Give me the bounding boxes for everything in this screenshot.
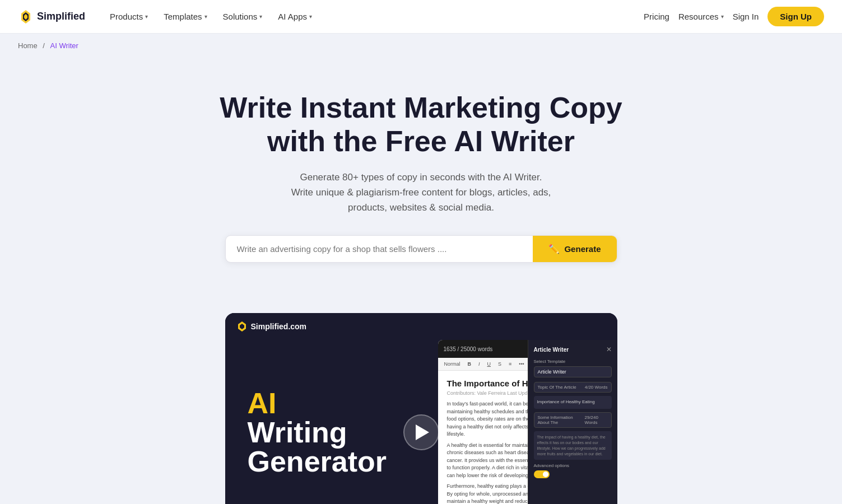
nav-signin-link[interactable]: Sign In (733, 12, 759, 21)
nav-pricing-link[interactable]: Pricing (644, 12, 669, 21)
toolbar-italic[interactable]: I (476, 360, 483, 368)
nav-items: Products ▾ Templates ▾ Solutions ▾ AI Ap… (103, 7, 644, 26)
video-play-button[interactable] (403, 414, 439, 450)
generate-button[interactable]: ✏️ Generate (533, 236, 616, 262)
hero-subtitle: Generate 80+ types of copy in seconds wi… (264, 170, 578, 216)
chevron-down-icon: ▾ (309, 13, 312, 20)
nav-item-templates[interactable]: Templates ▾ (157, 7, 213, 26)
video-writing-label: Writing (248, 418, 421, 447)
article-writer-close-button[interactable]: ✕ (606, 346, 612, 353)
nav-signup-button[interactable]: Sign Up (767, 7, 824, 26)
article-writer-panel: Article Writer ✕ Select Template Article… (528, 340, 617, 504)
toolbar-bold[interactable]: B (465, 360, 475, 368)
some-info-content: The impact of having a healthy diet, the… (534, 431, 612, 460)
topic-field: Topic Of The Article 4/20 Words (534, 382, 612, 393)
logo-link[interactable]: Simplified (18, 9, 85, 25)
video-preview-container: Simplified.com AI Writing Generator 16 (225, 313, 617, 504)
breadcrumb: Home / AI Writer (0, 34, 842, 58)
logo-text: Simplified (37, 11, 85, 22)
article-writer-header: Article Writer ✕ (534, 346, 612, 353)
some-info-field: Some Information About The 29/240 Words (534, 412, 612, 428)
video-right-panel: 1635 / 25000 words 482 Words Normal B I … (438, 340, 617, 504)
toolbar-more[interactable]: ••• (516, 360, 527, 368)
nav-item-products[interactable]: Products ▾ (103, 7, 155, 26)
toolbar-strikethrough[interactable]: S (495, 360, 504, 368)
hero-title: Write Instant Marketing Copy with the Fr… (203, 91, 640, 158)
topic-info: Importance of Healthy Eating (534, 396, 612, 409)
nav-right: Pricing Resources ▾ Sign In Sign Up (644, 7, 824, 26)
video-preview-section: Simplified.com AI Writing Generator 16 (0, 313, 842, 504)
video-doc-wordcount: 1635 / 25000 words (444, 346, 493, 352)
video-generator-label: Generator (248, 447, 421, 476)
template-select[interactable]: Article Writer (534, 366, 612, 377)
pencil-icon: ✏️ (548, 244, 560, 254)
video-logo-text: Simplified.com (251, 322, 307, 331)
hero-section: Write Instant Marketing Copy with the Fr… (0, 58, 842, 313)
video-header: Simplified.com (225, 313, 617, 340)
nav-item-aiapps[interactable]: AI Apps ▾ (271, 7, 319, 26)
breadcrumb-current: AI Writer (50, 41, 78, 50)
video-logo-icon (236, 321, 248, 332)
chevron-down-icon: ▾ (204, 13, 207, 20)
breadcrumb-home-link[interactable]: Home (18, 41, 38, 50)
navbar: Simplified Products ▾ Templates ▾ Soluti… (0, 0, 842, 34)
advanced-options-toggle[interactable] (534, 470, 550, 478)
search-bar: ✏️ Generate (225, 235, 617, 263)
some-info-text: The impact of having a healthy diet, the… (537, 435, 608, 456)
video-logo: Simplified.com (236, 321, 307, 332)
video-content: AI Writing Generator 1635 / 25000 words … (225, 340, 617, 504)
play-icon (416, 424, 429, 440)
logo-icon (18, 9, 34, 25)
chevron-down-icon: ▾ (259, 13, 262, 20)
toolbar-align[interactable]: ≡ (506, 360, 514, 368)
topic-info-title: Importance of Healthy Eating (537, 399, 608, 404)
search-input[interactable] (226, 236, 533, 262)
toolbar-underline[interactable]: U (485, 360, 494, 368)
toolbar-normal[interactable]: Normal (441, 360, 463, 368)
advanced-options-label: Advanced options (534, 463, 612, 468)
breadcrumb-separator: / (43, 41, 45, 50)
article-writer-title: Article Writer (534, 347, 569, 353)
nav-item-solutions[interactable]: Solutions ▾ (216, 7, 269, 26)
chevron-down-icon: ▾ (145, 13, 148, 20)
template-label: Select Template (534, 359, 612, 364)
video-ai-label: AI (248, 389, 421, 418)
chevron-down-icon: ▾ (721, 13, 724, 20)
nav-resources-link[interactable]: Resources ▾ (678, 12, 724, 21)
